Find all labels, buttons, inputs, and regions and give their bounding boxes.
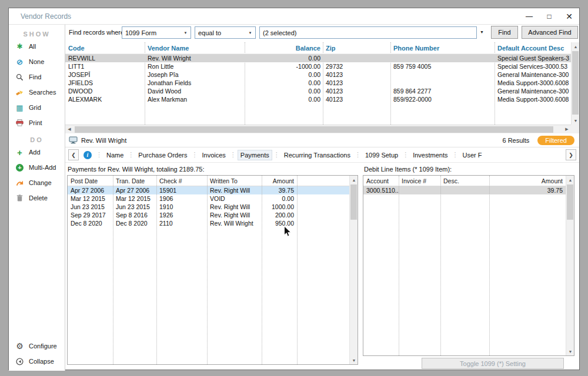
vendor-row[interactable]: JFIELDS Jonathan Fields 0.00 40123 Media… <box>65 79 571 87</box>
advanced-find-button[interactable]: Advanced Find <box>522 26 578 39</box>
cell-account: General Maintenance-300 <box>495 88 571 95</box>
scrollbar-thumb[interactable] <box>350 184 357 220</box>
cell-amount: 200.00 <box>262 212 297 219</box>
debit-vertical-scrollbar[interactable]: ▲ ▼ <box>566 176 574 355</box>
cell-balance: 0.00 <box>245 55 323 62</box>
column-header-written-to[interactable]: Written To <box>207 177 262 184</box>
filtered-badge[interactable]: Filtered <box>537 136 574 145</box>
tab-scroll-left-icon[interactable]: ❮ <box>68 149 79 160</box>
maximize-icon[interactable]: □ <box>539 8 559 24</box>
vendor-row-selected[interactable]: REVWILL Rev. Will Wright 0.00 Special Gu… <box>65 54 571 62</box>
payments-vertical-scrollbar[interactable]: ▲ ▼ <box>349 176 358 364</box>
tab-payments[interactable]: Payments <box>238 150 272 160</box>
tab-scroll-right-icon[interactable]: ❯ <box>566 149 576 160</box>
cell-vendor-name: Jonathan Fields <box>145 79 245 86</box>
column-header-check[interactable]: Check # <box>156 177 207 184</box>
sidebar-item-change[interactable]: Change <box>9 175 65 190</box>
close-icon[interactable]: ✕ <box>559 8 579 24</box>
criteria-dropdown-icon[interactable]: ▼ <box>480 30 484 34</box>
toggle-1099-button[interactable]: Toggle 1099 (*) Setting <box>422 358 564 369</box>
tab-label: Investments <box>413 152 447 159</box>
scrollbar-thumb[interactable] <box>75 126 553 133</box>
sidebar-item-configure[interactable]: ⚙ Configure <box>9 338 65 354</box>
sidebar-item-label: None <box>29 58 44 65</box>
payment-row[interactable]: Sep 29 2017 Sep 8 2016 1926 Rev. Right W… <box>68 211 358 219</box>
column-header-desc[interactable]: Desc. <box>440 177 489 184</box>
cell-written-to: Rev. Will Wright <box>207 220 262 227</box>
tab-investments[interactable]: Investments <box>410 150 450 160</box>
scrollbar-thumb[interactable] <box>567 184 573 220</box>
grid-icon: ▦ <box>15 103 24 112</box>
vendor-row[interactable]: JOSEPÎ Joseph Pîa 0.00 40123 General Mai… <box>65 70 571 79</box>
asterisk-icon: ✱ <box>15 42 24 51</box>
scroll-up-icon[interactable]: ▲ <box>350 176 358 184</box>
column-header-invoice[interactable]: Invoice # <box>399 177 440 184</box>
sidebar-item-multi-add[interactable]: + Multi-Add <box>9 160 65 175</box>
field-select[interactable]: 1099 Form ▼ <box>122 26 191 39</box>
sidebar: SHOW ✱ All ⊘ None Find Searches ▦ Grid <box>9 25 65 371</box>
vendor-row[interactable]: LITT1 Ron Little -1000.00 29732 859 759 … <box>65 62 571 70</box>
sidebar-item-collapse[interactable]: Collapse <box>9 354 65 369</box>
sidebar-item-none[interactable]: ⊘ None <box>9 54 65 69</box>
scroll-down-icon[interactable]: ▼ <box>572 116 580 125</box>
scroll-up-icon[interactable]: ▲ <box>572 42 580 51</box>
grid-vertical-scrollbar[interactable]: ▲ ▼ <box>571 42 579 125</box>
scroll-up-icon[interactable]: ▲ <box>566 176 574 184</box>
column-header-balance[interactable]: Balance <box>245 45 323 52</box>
sidebar-item-delete[interactable]: Delete <box>9 190 65 206</box>
sidebar-item-add[interactable]: + Add <box>9 145 65 160</box>
sidebar-item-print[interactable]: Print <box>9 115 65 130</box>
tab-recurring-transactions[interactable]: Recurring Transactions <box>281 150 353 160</box>
tab-invoices[interactable]: Invoices <box>199 150 229 160</box>
tab-user-fields[interactable]: User F <box>459 150 485 160</box>
vendor-row[interactable]: ALEXMARK Alex Markman 0.00 40123 859/922… <box>65 95 571 103</box>
payment-row-selected[interactable]: Apr 27 2006 Apr 27 2006 15901 Rev. Right… <box>68 186 358 194</box>
cell-code: ALEXMARK <box>65 96 145 103</box>
scroll-right-icon[interactable]: ▶ <box>563 125 571 133</box>
sidebar-item-find[interactable]: Find <box>9 69 65 85</box>
sidebar-item-label: Collapse <box>29 358 54 365</box>
column-header-default-account[interactable]: Default Account Desc <box>495 45 571 52</box>
info-icon: i <box>83 151 92 159</box>
payment-row[interactable]: Jun 23 2015 Jun 23 2015 1910 Rev. Right … <box>68 203 358 211</box>
cell-code: LITT1 <box>65 63 145 70</box>
minimize-icon[interactable]: — <box>519 8 539 24</box>
payment-row[interactable]: Dec 8 2020 Dec 8 2020 2110 Rev. Will Wri… <box>68 219 358 227</box>
column-header-account[interactable]: Account <box>363 177 399 184</box>
payment-row[interactable]: Mar 12 2015 Mar 12 2015 1906 VOID 0.00 <box>68 194 358 203</box>
cell-balance: 0.00 <box>245 79 323 86</box>
tab-label: Purchase Orders <box>138 152 187 159</box>
sidebar-item-grid[interactable]: ▦ Grid <box>9 100 65 115</box>
criteria-input[interactable] <box>259 26 477 39</box>
column-divider <box>113 176 113 364</box>
cell-tran-date: Dec 8 2020 <box>113 220 156 227</box>
results-count: 6 Results <box>502 137 529 144</box>
sidebar-item-searches[interactable]: Searches <box>9 85 65 100</box>
column-header-post-date[interactable]: Post Date <box>68 177 113 184</box>
column-header-tran-date[interactable]: Tran. Date <box>113 177 156 184</box>
tab-name[interactable]: Name <box>103 150 126 160</box>
tab-1099-setup[interactable]: 1099 Setup <box>362 150 401 160</box>
cell-check: 1910 <box>156 203 207 210</box>
sidebar-item-all[interactable]: ✱ All <box>9 39 65 54</box>
column-header-amount[interactable]: Amount <box>262 177 297 184</box>
scroll-down-icon[interactable]: ▼ <box>566 347 574 355</box>
scroll-down-icon[interactable]: ▼ <box>350 356 358 364</box>
scrollbar-thumb[interactable] <box>572 51 579 115</box>
tab-info[interactable]: i <box>81 149 95 161</box>
column-header-zip[interactable]: Zip <box>323 45 390 52</box>
debit-row-selected[interactable]: 3000.5110.... 39.75 <box>363 186 574 194</box>
sidebar-item-label: Print <box>29 119 42 126</box>
tab-purchase-orders[interactable]: Purchase Orders <box>135 150 190 160</box>
column-header-amount[interactable]: Amount <box>489 177 567 184</box>
operator-select[interactable]: equal to ▼ <box>195 26 256 39</box>
find-button[interactable]: Find <box>491 26 518 39</box>
column-header-code[interactable]: Code <box>65 45 145 52</box>
cell-account: Special Services-3000.53 <box>495 63 571 70</box>
vendor-row[interactable]: DWOOD David Wood 0.00 40123 859 864 2277… <box>65 87 571 95</box>
cell-account: Special Guest Speakers-3 <box>495 55 571 62</box>
column-header-phone-number[interactable]: Phone Number <box>390 45 495 52</box>
scroll-left-icon[interactable]: ◀ <box>65 125 74 133</box>
grid-horizontal-scrollbar[interactable]: ◀ ▶ <box>65 125 571 133</box>
column-header-vendor-name[interactable]: Vendor Name <box>145 45 245 52</box>
